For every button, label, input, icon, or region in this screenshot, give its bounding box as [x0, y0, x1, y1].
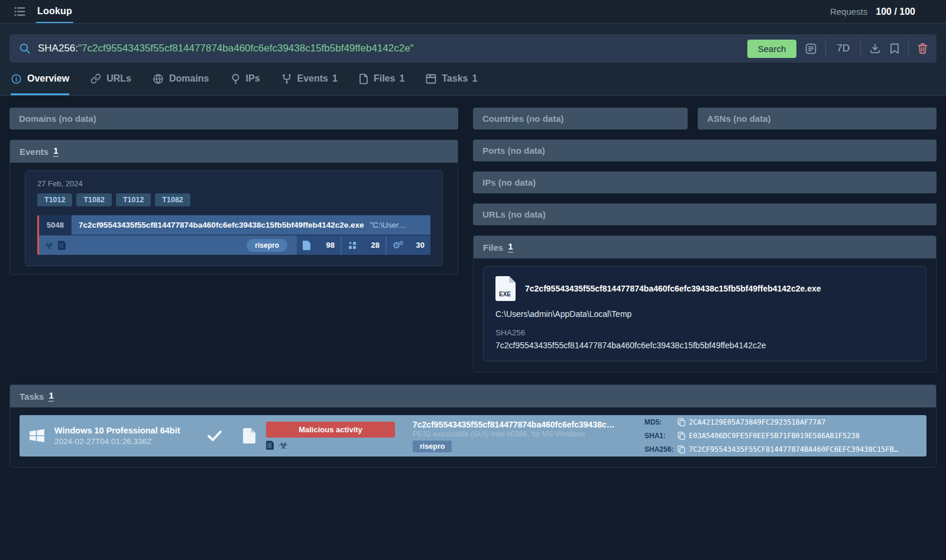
files-count[interactable]: 1 — [508, 242, 513, 253]
tab-domains[interactable]: Domains — [153, 63, 209, 95]
tab-count: 1 — [332, 73, 338, 84]
md5-label: MD5: — [644, 418, 678, 426]
sha256-value: 7C2CF95543435F55CF814477874BA460FC6EFC39… — [689, 445, 898, 454]
md5-value: 2CA42129E05A73849FC2923518AF77A7 — [689, 418, 825, 426]
mitre-tag[interactable]: T1012 — [116, 193, 151, 206]
svg-text:EXE: EXE — [499, 291, 511, 297]
gears-counter-value: 30 — [416, 241, 425, 250]
tab-events[interactable]: Events 1 — [281, 63, 338, 95]
task-environment: Windows 10 Professional 64bit 2024-02-27… — [54, 426, 197, 446]
divider — [825, 41, 826, 56]
copy-icon[interactable] — [678, 432, 685, 440]
tasks-title: Tasks — [20, 391, 44, 402]
task-row[interactable]: Windows 10 Professional 64bit 2024-02-27… — [20, 415, 926, 457]
mitre-tag[interactable]: T1082 — [76, 193, 111, 206]
task-report-icon[interactable] — [232, 428, 266, 444]
search-controls: Search 7D — [747, 40, 928, 58]
events-count[interactable]: 1 — [53, 146, 58, 157]
task-hashes: MD5: 2CA42129E05A73849FC2923518AF77A7 SH… — [644, 416, 926, 457]
biohazard-icon: ☣ — [278, 440, 288, 451]
topbar-spacer — [73, 0, 830, 23]
tab-label: IPs — [246, 73, 260, 84]
requests-label: Requests — [830, 7, 867, 17]
file-path: C:\Users\admin\AppData\Local\Temp — [495, 309, 914, 319]
biohazard-icon: ☣ — [44, 240, 54, 251]
panel-urls-label: URLs (no data) — [482, 209, 546, 219]
files-counter[interactable]: 98 — [297, 235, 341, 255]
panel-ports-label: Ports (no data) — [482, 145, 545, 156]
hash-row-sha1: SHA1: E03A5406DC9FE5F0EEF5B71FB019E586AB… — [644, 429, 918, 443]
copy-icon[interactable] — [678, 445, 685, 454]
process-row[interactable]: 5048 7c2cf95543435f55cf814477874ba460fc6… — [37, 215, 430, 255]
trash-icon[interactable] — [917, 43, 928, 54]
tab-count: 1 — [399, 73, 404, 84]
page-title-tab[interactable]: Lookup — [36, 0, 73, 23]
process-counters: 98 — [297, 235, 430, 255]
windows-logo-icon — [20, 428, 54, 444]
download-icon[interactable] — [869, 43, 881, 54]
panel-countries-label: Countries (no data) — [482, 114, 564, 124]
period-selector[interactable]: 7D — [834, 43, 852, 54]
event-date: 27 Feb, 2024 — [37, 179, 430, 188]
sha256-value: 7c2cf95543435f55cf814477874ba460fc6efc39… — [495, 341, 914, 350]
sha256-label: SHA256: — [644, 445, 678, 454]
process-name: 7c2cf95543435f55cf814477874ba460fc6efc39… — [79, 221, 364, 229]
search-icon — [19, 43, 31, 54]
menu-list-icon[interactable] — [8, 0, 31, 23]
geo-pin-icon — [231, 73, 241, 85]
events-title: Events — [20, 147, 48, 157]
task-complete-icon — [197, 430, 232, 442]
modules-counter[interactable]: 28 — [342, 235, 385, 255]
tab-overview[interactable]: Overview — [11, 63, 69, 95]
gears-counter[interactable]: ⚙⚙ 30 — [387, 235, 430, 255]
search-button[interactable]: Search — [747, 40, 797, 58]
events-section-header: Events 1 — [10, 140, 458, 163]
page-title: Lookup — [37, 6, 72, 17]
tab-label: Files — [374, 73, 395, 84]
binary-file-icon — [58, 241, 66, 250]
task-verdict: Malicious activity — [266, 422, 409, 451]
file-icon — [359, 73, 368, 85]
gears-icon: ⚙⚙ — [393, 241, 404, 250]
malware-family-tag[interactable]: risepro — [247, 239, 287, 252]
copy-icon[interactable] — [678, 418, 685, 426]
requests-quota: Requests 100 / 100 — [830, 0, 915, 23]
tab-label: URLs — [106, 73, 131, 84]
panel-domains-label: Domains (no data) — [19, 114, 96, 124]
sha256-label: SHA256 — [495, 328, 914, 337]
panel-domains: Domains (no data) — [9, 108, 458, 130]
query-templates-icon[interactable] — [805, 43, 817, 55]
tasks-count[interactable]: 1 — [48, 391, 53, 402]
window-icon — [426, 74, 436, 84]
malware-family-tag[interactable]: risepro — [413, 441, 452, 452]
tab-urls[interactable]: URLs — [90, 63, 131, 95]
hash-row-sha256: SHA256: 7C2CF95543435F55CF814477874BA460… — [644, 443, 918, 457]
query-value: "7c2cf95543435f55cf814477874ba460fc6efc3… — [78, 43, 414, 54]
requests-count: 100 / 100 — [876, 7, 915, 17]
modules-counter-value: 28 — [371, 241, 380, 250]
link-icon — [90, 73, 101, 84]
process-cmdline: "C:\User… — [370, 221, 407, 229]
tab-files[interactable]: Files 1 — [359, 63, 404, 95]
events-section: Events 1 27 Feb, 2024 T1012 T1082 T1012 … — [9, 140, 458, 275]
tab-label: Overview — [27, 73, 69, 84]
bookmark-icon[interactable] — [889, 43, 900, 54]
tab-ips[interactable]: IPs — [231, 63, 260, 95]
binary-file-icon — [266, 441, 274, 450]
task-file-type: PE32 executable (GUI) Intel 80386, for M… — [413, 430, 644, 438]
panel-countries: Countries (no data) — [473, 108, 688, 130]
tasks-section-header: Tasks 1 — [10, 385, 936, 407]
tab-tasks[interactable]: Tasks 1 — [426, 63, 477, 95]
event-card: 27 Feb, 2024 T1012 T1082 T1012 T1082 504 — [25, 170, 443, 266]
modules-icon — [348, 241, 357, 250]
result-tabs: Overview URLs Domains — [9, 63, 937, 95]
mitre-tag[interactable]: T1012 — [37, 193, 72, 206]
tab-count: 1 — [472, 73, 477, 84]
mitre-tag[interactable]: T1082 — [155, 193, 190, 206]
file-card: EXE 7c2cf95543435f55cf814477874ba460fc6e… — [483, 266, 926, 361]
search-input[interactable]: SHA256:"7c2cf95543435f55cf814477874ba460… — [38, 43, 738, 54]
tasks-section: Tasks 1 Windows 10 Professional 64bit 20… — [9, 384, 937, 468]
files-section-header: Files 1 — [474, 236, 936, 258]
process-pid: 5048 — [39, 215, 72, 235]
info-icon — [11, 73, 22, 85]
